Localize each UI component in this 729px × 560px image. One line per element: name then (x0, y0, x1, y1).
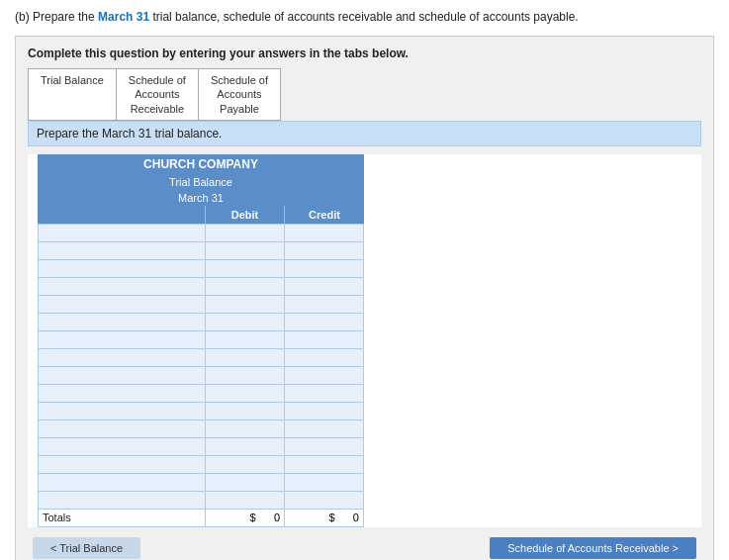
credit-cell-5[interactable] (285, 313, 364, 330)
debit-cell-10[interactable] (206, 402, 285, 420)
tab-schedule-payable[interactable]: Schedule ofAccountsPayable (199, 69, 280, 120)
account-cell-9[interactable] (39, 384, 206, 402)
tab-schedule-receivable[interactable]: Schedule ofAccountsReceivable (117, 69, 199, 120)
credit-cell-7[interactable] (285, 348, 364, 366)
debit-cell-7[interactable] (206, 348, 285, 366)
account-cell-15[interactable] (39, 491, 206, 509)
table-date: March 31 (38, 190, 364, 206)
account-cell-0[interactable] (39, 224, 206, 241)
account-cell-14[interactable] (39, 473, 206, 491)
debit-cell-8[interactable] (206, 366, 285, 384)
table-row (39, 330, 364, 348)
prepare-bar: Prepare the March 31 trial balance. (28, 121, 701, 146)
table-wrapper: CHURCH COMPANY Trial Balance March 31 De… (38, 154, 364, 527)
col-account-header (38, 206, 206, 224)
totals-label: Totals (39, 509, 206, 526)
tab-schedule-payable-label: Schedule ofAccountsPayable (211, 74, 268, 115)
credit-cell-4[interactable] (285, 295, 364, 313)
totals-row: Totals $ 0 $ 0 (39, 509, 364, 526)
account-cell-1[interactable] (39, 241, 206, 259)
table-row (39, 277, 364, 295)
credit-cell-6[interactable] (285, 330, 364, 348)
debit-cell-0[interactable] (206, 224, 285, 241)
intro-text-after: trial balance, schedule of accounts rece… (149, 10, 579, 24)
table-row (39, 259, 364, 277)
intro-paragraph: (b) Prepare the March 31 trial balance, … (15, 10, 714, 24)
debit-cell-13[interactable] (206, 455, 285, 473)
table-row (39, 420, 364, 437)
debit-cell-2[interactable] (206, 259, 285, 277)
table-subtitle: Trial Balance (38, 174, 364, 190)
trial-balance-table: Totals $ 0 $ 0 (38, 224, 364, 527)
tab-trial-balance[interactable]: Trial Balance (29, 69, 117, 120)
table-row (39, 437, 364, 455)
account-cell-4[interactable] (39, 295, 206, 313)
nav-buttons: < Trial Balance Schedule of Accounts Rec… (28, 537, 701, 559)
table-row (39, 366, 364, 384)
credit-cell-14[interactable] (285, 473, 364, 491)
credit-cell-3[interactable] (285, 277, 364, 295)
col-header-row: Debit Credit (38, 206, 364, 224)
credit-cell-10[interactable] (285, 402, 364, 420)
credit-cell-9[interactable] (285, 384, 364, 402)
credit-cell-13[interactable] (285, 455, 364, 473)
table-row (39, 295, 364, 313)
debit-cell-14[interactable] (206, 473, 285, 491)
credit-cell-2[interactable] (285, 259, 364, 277)
table-row (39, 455, 364, 473)
intro-date: March 31 (98, 10, 149, 24)
debit-cell-9[interactable] (206, 384, 285, 402)
credit-cell-1[interactable] (285, 241, 364, 259)
intro-text-before: (b) Prepare the (15, 10, 98, 24)
tab-schedule-receivable-label: Schedule ofAccountsReceivable (129, 74, 186, 115)
credit-cell-8[interactable] (285, 366, 364, 384)
table-row (39, 313, 364, 330)
complete-label: Complete this question by entering your … (28, 47, 701, 60)
table-row (39, 402, 364, 420)
totals-credit[interactable]: $ 0 (285, 509, 364, 526)
totals-debit[interactable]: $ 0 (206, 509, 285, 526)
content-area: CHURCH COMPANY Trial Balance March 31 De… (28, 154, 701, 527)
credit-cell-11[interactable] (285, 420, 364, 437)
debit-cell-6[interactable] (206, 330, 285, 348)
table-row (39, 348, 364, 366)
debit-cell-11[interactable] (206, 420, 285, 437)
account-cell-13[interactable] (39, 455, 206, 473)
table-row (39, 473, 364, 491)
account-cell-12[interactable] (39, 437, 206, 455)
table-row (39, 491, 364, 509)
credit-cell-15[interactable] (285, 491, 364, 509)
question-box: Complete this question by entering your … (15, 36, 714, 560)
account-cell-5[interactable] (39, 313, 206, 330)
account-cell-10[interactable] (39, 402, 206, 420)
table-row (39, 384, 364, 402)
debit-cell-12[interactable] (206, 437, 285, 455)
tab-trial-balance-label: Trial Balance (41, 74, 104, 86)
debit-cell-5[interactable] (206, 313, 285, 330)
account-cell-7[interactable] (39, 348, 206, 366)
debit-cell-1[interactable] (206, 241, 285, 259)
col-credit-header: Credit (285, 206, 364, 224)
account-cell-8[interactable] (39, 366, 206, 384)
prev-button[interactable]: < Trial Balance (33, 537, 140, 559)
debit-cell-15[interactable] (206, 491, 285, 509)
account-cell-11[interactable] (39, 420, 206, 437)
col-debit-header: Debit (206, 206, 285, 224)
credit-cell-12[interactable] (285, 437, 364, 455)
tabs-container: Trial Balance Schedule ofAccountsReceiva… (28, 68, 281, 121)
company-name: CHURCH COMPANY (38, 154, 364, 174)
debit-symbol: $ (250, 512, 256, 523)
next-button[interactable]: Schedule of Accounts Receivable > (490, 537, 696, 559)
credit-symbol: $ (328, 512, 334, 523)
credit-cell-0[interactable] (285, 224, 364, 241)
account-cell-6[interactable] (39, 330, 206, 348)
debit-cell-4[interactable] (206, 295, 285, 313)
account-cell-2[interactable] (39, 259, 206, 277)
table-row (39, 241, 364, 259)
table-row (39, 224, 364, 241)
debit-cell-3[interactable] (206, 277, 285, 295)
account-cell-3[interactable] (39, 277, 206, 295)
